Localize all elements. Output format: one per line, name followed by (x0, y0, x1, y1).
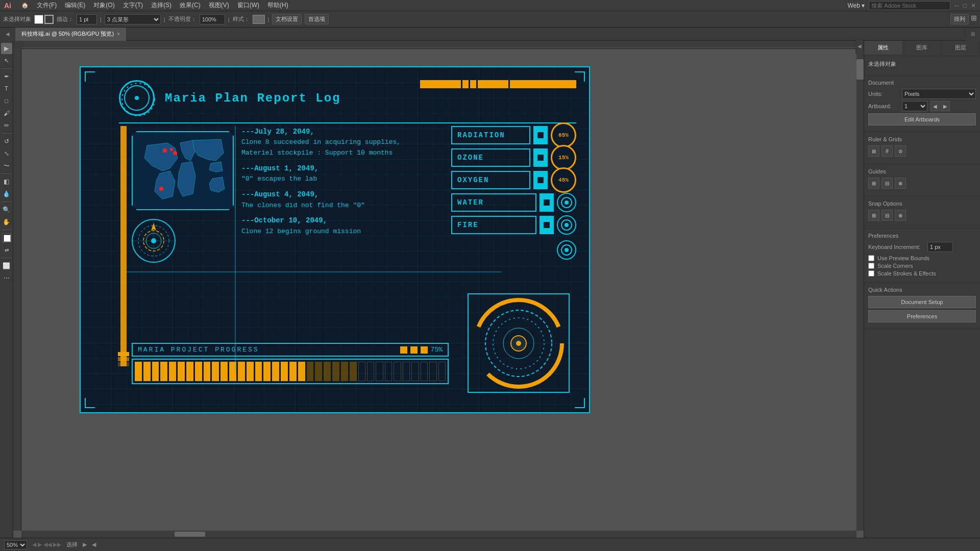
progress-percentage: 75% (400, 346, 443, 354)
nav-arrows[interactable]: ◀ ▶ ◀◀ ▶▶ (32, 541, 61, 548)
menu-window[interactable]: 窗口(W) (237, 1, 259, 10)
artboard-select[interactable]: 1 (902, 101, 927, 111)
use-preview-bounds-label: Use Preview Bounds (877, 255, 929, 261)
stat-label-water: WATER (451, 193, 536, 212)
menu-select[interactable]: 选择(S) (151, 1, 172, 10)
text-tool[interactable]: T (1, 83, 12, 94)
warp-tool[interactable]: 〜 (1, 160, 12, 171)
fill-swatch[interactable] (34, 15, 43, 24)
seg-14 (247, 362, 254, 381)
use-preview-bounds-checkbox[interactable] (868, 255, 874, 261)
right-tab-layers[interactable]: 图层 (941, 41, 980, 54)
world-map-svg (137, 135, 229, 207)
workspace-selector[interactable]: Web ▾ (847, 2, 865, 9)
more-tools-btn[interactable]: ⋯ (1, 272, 12, 284)
tab-close-btn[interactable]: × (117, 31, 120, 37)
prev-artboard-btn[interactable]: ◀ (930, 101, 940, 111)
scrollbar-vertical[interactable] (856, 49, 864, 531)
edit-artboards-btn[interactable]: Edit Artboards (868, 113, 976, 126)
artboard[interactable]: Maria Plan Report Log (80, 66, 590, 413)
shape-tool[interactable]: □ (1, 95, 12, 107)
scroll-tabs-left[interactable]: ◀ (0, 28, 15, 41)
document-setup-btn[interactable]: 文档设置 (272, 14, 302, 24)
gradient-tool[interactable]: ◧ (1, 176, 12, 187)
canvas-area: Maria Plan Report Log (13, 41, 864, 538)
right-tab-library[interactable]: 图库 (903, 41, 942, 54)
stock-search-input[interactable] (869, 1, 950, 10)
guides-btn-2[interactable]: ⊟ (881, 178, 893, 189)
units-select[interactable]: Pixels (902, 89, 976, 99)
status-collapse-btn[interactable]: ◀ (92, 541, 96, 548)
preferences-panel-btn[interactable]: Preferences (868, 310, 976, 322)
color-swap-btn[interactable]: ⇄ (1, 244, 12, 256)
stroke-swatch[interactable] (44, 15, 54, 24)
active-tab[interactable]: 科技终端.ai @ 50% (RGB/GPU 预览) × (15, 28, 127, 41)
scrollbar-horizontal[interactable] (21, 531, 856, 538)
paintbrush-tool[interactable]: 🖌 (1, 108, 12, 119)
orange-bar-5 (510, 80, 576, 88)
right-tab-properties[interactable]: 属性 (864, 41, 903, 54)
snap-btn-3[interactable]: ⊗ (895, 210, 906, 221)
hand-tool[interactable]: ✋ (1, 216, 12, 228)
stat-label-oxygen: OXYGEN (451, 171, 530, 189)
status-expand-btn[interactable]: ▶ (83, 541, 87, 548)
next-artboard-btn[interactable]: ▶ (941, 101, 950, 111)
seg-dim-4 (332, 362, 339, 381)
scale-strokes-checkbox[interactable] (868, 270, 874, 277)
menu-bar: Ai 🏠 文件(F) 编辑(E) 对象(O) 文字(T) 选择(S) 效果(C)… (0, 0, 980, 11)
opacity-input[interactable] (200, 14, 225, 24)
document-setup-panel-btn[interactable]: Document Setup (868, 296, 976, 308)
menu-text[interactable]: 文字(T) (123, 1, 143, 10)
progress-bar-container (132, 359, 449, 384)
minimize-btn[interactable]: ─ (954, 2, 959, 9)
style-swatch[interactable] (253, 15, 265, 24)
stat-box-ozone (533, 148, 548, 167)
menu-file[interactable]: 文件(F) (37, 1, 57, 10)
orange-bars-row1 (420, 80, 576, 88)
kb-increment-row: Keyboard Increment: (868, 242, 976, 252)
menu-help[interactable]: 帮助(H) (267, 1, 288, 10)
snap-btn-1[interactable]: ⊞ (868, 210, 879, 221)
app-home-icon[interactable]: 🏠 (21, 2, 29, 9)
scale-tool[interactable]: ⤡ (1, 148, 12, 159)
pen-tool[interactable]: ✒ (1, 71, 12, 82)
object-section: 未选择对象 (864, 56, 980, 76)
grid-toggle-btn[interactable]: # (881, 145, 893, 157)
kb-increment-input[interactable] (927, 242, 953, 252)
shape-selector[interactable]: 3 点菜形 (105, 14, 161, 24)
seg-2 (143, 362, 151, 381)
stroke-width-input[interactable] (77, 14, 97, 24)
snap-btn-2[interactable]: ⊟ (881, 210, 893, 221)
arrange-docs-btn[interactable]: ⊞ (965, 28, 980, 41)
menu-view[interactable]: 视图(V) (209, 1, 229, 10)
close-btn[interactable]: ✕ (971, 2, 976, 9)
menu-object[interactable]: 对象(O) (93, 1, 114, 10)
svg-point-1 (122, 83, 155, 116)
hud-corner-tl (85, 71, 95, 82)
expand-panel-btn[interactable]: ⊞ (971, 14, 977, 24)
selection-tool[interactable]: ▶ (1, 43, 12, 54)
eyedropper-tool[interactable]: 💧 (1, 188, 12, 199)
menu-edit[interactable]: 编辑(E) (65, 1, 85, 10)
arrange-btn[interactable]: 排列 (950, 14, 969, 24)
fill-color-box[interactable] (2, 233, 11, 242)
guides-btn-1[interactable]: ⊞ (868, 178, 879, 189)
pencil-tool[interactable]: ✏ (1, 120, 12, 131)
ruler-toggle-btn[interactable]: ⊞ (868, 145, 879, 157)
preferences-panel-title: Preferences (868, 233, 976, 239)
artboard-tool[interactable]: ⬜ (1, 260, 12, 271)
seg-20 (298, 362, 305, 381)
stat-box-fire (540, 216, 554, 234)
rotate-tool[interactable]: ↺ (1, 136, 12, 147)
direct-selection-tool[interactable]: ↖ (1, 55, 12, 66)
preferences-toolbar-btn[interactable]: 首选项 (305, 14, 329, 24)
guides-btn-3[interactable]: ⊗ (895, 178, 906, 189)
scale-corners-checkbox[interactable] (868, 263, 874, 269)
guides-title: Guides (868, 168, 976, 174)
stat-circle-oxygen: 45% (551, 167, 576, 193)
maximize-btn[interactable]: □ (963, 2, 967, 9)
menu-effect[interactable]: 效果(C) (180, 1, 201, 10)
zoom-select[interactable]: 50% (4, 540, 27, 549)
perspective-grid-btn[interactable]: ⊘ (895, 145, 906, 157)
zoom-tool[interactable]: 🔍 (1, 204, 12, 215)
